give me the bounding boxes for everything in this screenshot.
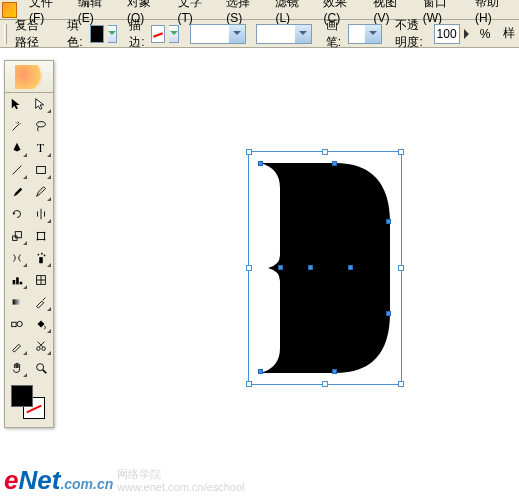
svg-point-13 <box>41 253 43 255</box>
svg-rect-17 <box>20 282 23 285</box>
svg-point-14 <box>44 255 46 257</box>
enet-logo: eNet.com.cn <box>4 465 113 496</box>
resize-handle-bm[interactable] <box>322 381 328 387</box>
resize-handle-tm[interactable] <box>322 149 328 155</box>
selection-tool[interactable] <box>5 93 29 115</box>
opacity-flyout[interactable] <box>464 27 474 41</box>
stroke-style-select[interactable] <box>256 24 312 44</box>
warp-tool[interactable] <box>5 247 29 269</box>
anchor-point[interactable] <box>278 265 283 270</box>
anchor-point[interactable] <box>258 161 263 166</box>
svg-rect-15 <box>13 280 16 284</box>
line-tool[interactable] <box>5 159 29 181</box>
scissors-tool[interactable] <box>29 335 53 357</box>
free-transform-tool[interactable] <box>29 225 53 247</box>
resize-handle-tr[interactable] <box>398 149 404 155</box>
anchor-point[interactable] <box>258 369 263 374</box>
type-tool[interactable]: T <box>29 137 53 159</box>
zoom-tool[interactable] <box>29 357 53 379</box>
chevron-down-icon <box>229 25 245 43</box>
stroke-style-value <box>257 25 295 43</box>
eyedropper-tool[interactable] <box>29 291 53 313</box>
hand-tool[interactable] <box>5 357 29 379</box>
opacity-input[interactable]: 100 <box>434 24 460 44</box>
svg-point-9 <box>37 239 39 241</box>
resize-handle-ml[interactable] <box>246 265 252 271</box>
stroke-dropdown[interactable] <box>169 25 179 43</box>
svg-point-26 <box>37 364 44 371</box>
svg-point-12 <box>38 254 40 256</box>
logo-domain: .com.cn <box>60 476 113 492</box>
rotate-tool[interactable] <box>5 203 29 225</box>
gradient-tool[interactable] <box>5 291 29 313</box>
color-well[interactable] <box>9 383 49 423</box>
stroke-weight-select[interactable] <box>190 24 246 44</box>
svg-point-23 <box>17 321 22 326</box>
watermark-text: 网络学院 www.enet.com.cn/eschool <box>117 468 244 492</box>
selected-shape[interactable] <box>250 153 400 383</box>
live-paint-tool[interactable] <box>29 313 53 335</box>
anchor-point[interactable] <box>386 219 391 224</box>
fill-color-well[interactable] <box>11 385 33 407</box>
scale-tool[interactable] <box>5 225 29 247</box>
rectangle-tool[interactable] <box>29 159 53 181</box>
selection-bounds[interactable] <box>248 151 402 385</box>
resize-handle-mr[interactable] <box>398 265 404 271</box>
watermark-line2: www.enet.com.cn/eschool <box>117 481 244 493</box>
style-label: 样 <box>503 25 515 42</box>
mesh-tool[interactable] <box>29 269 53 291</box>
pen-tool[interactable] <box>5 137 29 159</box>
fill-label: 填色: <box>67 17 85 51</box>
svg-rect-3 <box>37 167 46 174</box>
svg-rect-16 <box>16 277 19 284</box>
anchor-point[interactable] <box>332 369 337 374</box>
stroke-swatch[interactable] <box>151 25 165 43</box>
chevron-down-icon <box>365 25 381 43</box>
reflect-tool[interactable] <box>29 203 53 225</box>
toolbox-header[interactable] <box>5 61 53 93</box>
resize-handle-tl[interactable] <box>246 149 252 155</box>
slice-tool[interactable] <box>5 335 29 357</box>
logo-e: e <box>4 465 18 495</box>
svg-point-0 <box>37 122 46 127</box>
illustrator-logo-icon <box>15 65 43 89</box>
svg-point-7 <box>37 232 39 234</box>
column-graph-tool[interactable] <box>5 269 29 291</box>
resize-handle-bl[interactable] <box>246 381 252 387</box>
svg-rect-5 <box>15 232 21 238</box>
direct-selection-tool[interactable] <box>29 93 53 115</box>
brush-select[interactable] <box>348 24 382 44</box>
anchor-point[interactable] <box>332 161 337 166</box>
watermark: eNet.com.cn 网络学院 www.enet.com.cn/eschool <box>4 465 244 496</box>
path-type-label: 复合路径 <box>15 17 47 51</box>
resize-handle-br[interactable] <box>398 381 404 387</box>
svg-point-8 <box>44 232 46 234</box>
paintbrush-tool[interactable] <box>5 181 29 203</box>
workspace: T <box>0 48 519 500</box>
fill-swatch[interactable] <box>90 25 104 43</box>
svg-text:T: T <box>37 141 45 155</box>
logo-net: Net <box>18 465 60 495</box>
toolbox-panel[interactable]: T <box>4 60 54 428</box>
anchor-point[interactable] <box>348 265 353 270</box>
opacity-label: 不透明度: <box>395 17 429 51</box>
lasso-tool[interactable] <box>29 115 53 137</box>
blend-tool[interactable] <box>5 313 29 335</box>
svg-rect-11 <box>39 257 43 263</box>
pencil-tool[interactable] <box>29 181 53 203</box>
symbol-sprayer-tool[interactable] <box>29 247 53 269</box>
toolbar-grip[interactable] <box>4 24 7 44</box>
magic-wand-tool[interactable] <box>5 115 29 137</box>
stroke-label: 描边: <box>129 17 147 51</box>
canvas[interactable] <box>70 48 519 500</box>
fill-dropdown[interactable] <box>108 25 118 43</box>
svg-rect-6 <box>38 233 45 240</box>
anchor-point[interactable] <box>386 311 391 316</box>
svg-line-2 <box>13 166 22 175</box>
stroke-weight-value <box>191 25 229 43</box>
menu-help[interactable]: 帮助(H) <box>469 0 519 27</box>
svg-point-25 <box>42 347 46 351</box>
brush-label: 画笔: <box>326 17 344 51</box>
svg-rect-22 <box>12 322 16 326</box>
anchor-point[interactable] <box>308 265 313 270</box>
